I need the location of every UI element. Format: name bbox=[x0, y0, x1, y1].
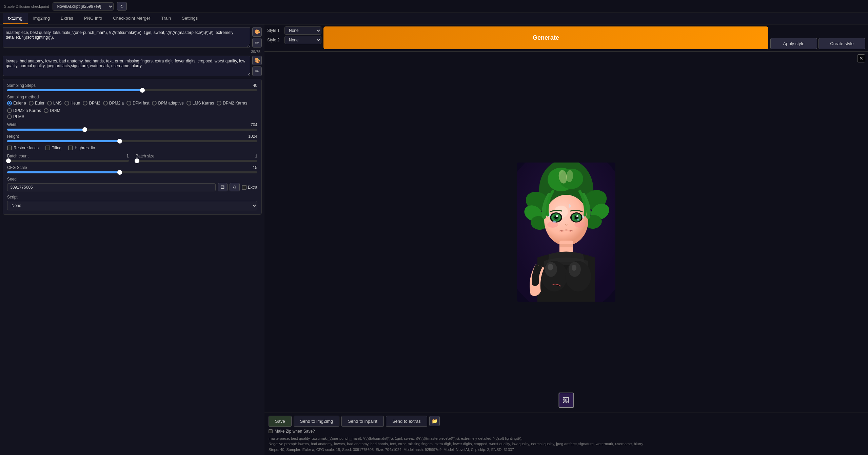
tiling-checkbox[interactable]: Tiling bbox=[45, 146, 61, 150]
folder-button[interactable]: 📁 bbox=[429, 416, 440, 426]
apply-style-button[interactable]: Apply style bbox=[770, 38, 817, 49]
batch-size-header: Batch size 1 bbox=[136, 154, 257, 158]
style1-select[interactable]: None bbox=[284, 26, 321, 35]
seed-recycle-button[interactable]: ♻ bbox=[230, 183, 240, 191]
svg-point-38 bbox=[548, 264, 553, 270]
height-row: Height 1024 bbox=[7, 134, 257, 142]
negative-prompt[interactable] bbox=[3, 56, 250, 76]
batch-size-thumb[interactable] bbox=[135, 158, 139, 163]
height-thumb[interactable] bbox=[117, 139, 122, 144]
zip-row: Make Zip when Save? bbox=[269, 429, 864, 434]
radio-ddim[interactable]: DDIM bbox=[44, 108, 60, 113]
generated-image-svg bbox=[517, 163, 615, 302]
height-label: Height bbox=[7, 134, 19, 139]
radio-ddim-label: DDIM bbox=[50, 108, 60, 113]
height-header: Height 1024 bbox=[7, 134, 257, 139]
save-button[interactable]: Save bbox=[269, 416, 292, 427]
radio-heun-circle bbox=[64, 101, 69, 106]
checkpoint-select[interactable]: NovelAI.ckpt [925997e9] bbox=[53, 2, 114, 11]
right-panel: Style 1 None Style 2 None Generate Apply… bbox=[264, 24, 868, 455]
radio-dpm2[interactable]: DPM2 bbox=[83, 101, 100, 106]
sampling-steps-value: 40 bbox=[244, 83, 257, 88]
radio-lms[interactable]: LMS bbox=[47, 101, 62, 106]
generate-row: Style 1 None Style 2 None Generate Apply… bbox=[264, 24, 868, 52]
width-thumb[interactable] bbox=[82, 127, 87, 132]
thumbnail-image[interactable]: 🖼 bbox=[559, 393, 574, 408]
neg-prompt-icon-btn-2[interactable]: ✏ bbox=[252, 67, 262, 76]
style2-select[interactable]: None bbox=[284, 36, 321, 44]
tab-png-info[interactable]: PNG Info bbox=[79, 13, 107, 24]
restore-faces-box bbox=[7, 146, 12, 150]
tab-checkpoint-merger[interactable]: Checkpoint Merger bbox=[107, 13, 156, 24]
batch-count-slider[interactable] bbox=[7, 160, 129, 162]
radio-dpm2-a[interactable]: DPM2 a bbox=[103, 101, 124, 106]
svg-point-27 bbox=[547, 222, 558, 228]
close-image-button[interactable]: ✕ bbox=[857, 54, 865, 62]
refresh-button[interactable]: ↻ bbox=[117, 2, 127, 11]
radio-dpm-adaptive[interactable]: DPM adaptive bbox=[152, 101, 183, 106]
radio-dpm-adaptive-circle bbox=[152, 101, 157, 106]
highres-fix-checkbox[interactable]: Highres. fix bbox=[68, 146, 95, 150]
radio-dpm2-a-karras-label: DPM2 a Karras bbox=[13, 108, 41, 113]
sampling-steps-thumb[interactable] bbox=[140, 88, 145, 93]
radio-lms-karras-label: LMS Karras bbox=[193, 101, 214, 106]
radio-dpm2-a-karras[interactable]: DPM2 a Karras bbox=[7, 108, 41, 113]
cfg-scale-slider[interactable] bbox=[7, 171, 257, 173]
thumbnail-row: 🖼 bbox=[557, 391, 576, 410]
height-fill bbox=[7, 140, 120, 142]
neg-prompt-icon-btn-1[interactable]: 🎨 bbox=[252, 56, 262, 65]
script-row: Script None bbox=[7, 195, 257, 210]
radio-heun[interactable]: Heun bbox=[64, 101, 80, 106]
zip-checkbox-box[interactable] bbox=[269, 429, 273, 433]
batch-count-thumb[interactable] bbox=[6, 158, 11, 163]
style2-row: Style 2 None bbox=[267, 36, 321, 44]
radio-lms-circle bbox=[47, 101, 52, 106]
radio-dpm2-a-karras-circle bbox=[7, 108, 12, 113]
tab-train[interactable]: Train bbox=[156, 13, 176, 24]
radio-euler-a-dot bbox=[8, 102, 11, 104]
sampling-method-group: Euler a Euler LMS Heun bbox=[7, 101, 257, 113]
radio-dpm2-karras-circle bbox=[217, 101, 221, 106]
left-panel: 🎨 ✏ 39/75 🎨 ✏ Sampling Steps 40 bbox=[0, 24, 264, 455]
send-to-extras-button[interactable]: Send to extras bbox=[386, 416, 427, 427]
seed-extra-checkbox[interactable]: Extra bbox=[242, 185, 257, 190]
sampling-steps-fill bbox=[7, 89, 142, 91]
sampling-method-plms-group: PLMS bbox=[7, 114, 257, 119]
batch-row: Batch count 1 Batch size 1 bbox=[7, 154, 257, 162]
batch-size-slider[interactable] bbox=[136, 160, 257, 162]
width-slider[interactable] bbox=[7, 129, 257, 131]
restore-faces-checkbox[interactable]: Restore faces bbox=[7, 146, 39, 150]
tab-extras[interactable]: Extras bbox=[55, 13, 79, 24]
send-to-inpaint-button[interactable]: Send to inpaint bbox=[341, 416, 384, 427]
seed-input[interactable] bbox=[7, 183, 216, 191]
generate-button[interactable]: Generate bbox=[323, 26, 768, 49]
tab-settings[interactable]: Settings bbox=[176, 13, 203, 24]
prompt-icon-btn-2[interactable]: ✏ bbox=[252, 38, 262, 48]
radio-plms[interactable]: PLMS bbox=[7, 114, 24, 119]
zip-label: Make Zip when Save? bbox=[275, 429, 315, 434]
radio-euler[interactable]: Euler bbox=[29, 101, 44, 106]
prompt-icon-btn-1[interactable]: 🎨 bbox=[252, 27, 262, 37]
image-container: ✕ bbox=[264, 52, 868, 413]
cfg-scale-thumb[interactable] bbox=[117, 170, 122, 175]
prompt-section: 🎨 ✏ 39/75 🎨 ✏ bbox=[3, 27, 262, 76]
seed-dice-button[interactable]: ⚄ bbox=[218, 183, 228, 191]
tab-img2img[interactable]: img2img bbox=[28, 13, 55, 24]
send-to-img2img-button[interactable]: Send to img2img bbox=[294, 416, 340, 427]
tab-txt2img[interactable]: txt2img bbox=[3, 13, 28, 24]
svg-rect-33 bbox=[559, 244, 573, 247]
radio-plms-label: PLMS bbox=[13, 114, 24, 119]
batch-size-value: 1 bbox=[244, 154, 257, 158]
highres-fix-label: Highres. fix bbox=[75, 146, 95, 150]
height-slider[interactable] bbox=[7, 140, 257, 142]
radio-euler-a[interactable]: Euler a bbox=[7, 101, 26, 106]
radio-dpm-fast[interactable]: DPM fast bbox=[126, 101, 149, 106]
radio-dpm2-karras[interactable]: DPM2 Karras bbox=[217, 101, 247, 106]
sampling-steps-slider[interactable] bbox=[7, 89, 257, 91]
positive-prompt[interactable] bbox=[3, 27, 250, 48]
main-layout: 🎨 ✏ 39/75 🎨 ✏ Sampling Steps 40 bbox=[0, 24, 868, 455]
script-select[interactable]: None bbox=[7, 201, 257, 210]
create-style-button[interactable]: Create style bbox=[818, 38, 865, 49]
radio-lms-karras[interactable]: LMS Karras bbox=[186, 101, 214, 106]
prompt-info-line3: Steps: 40, Sampler: Euler a, CFG scale: … bbox=[269, 447, 864, 453]
